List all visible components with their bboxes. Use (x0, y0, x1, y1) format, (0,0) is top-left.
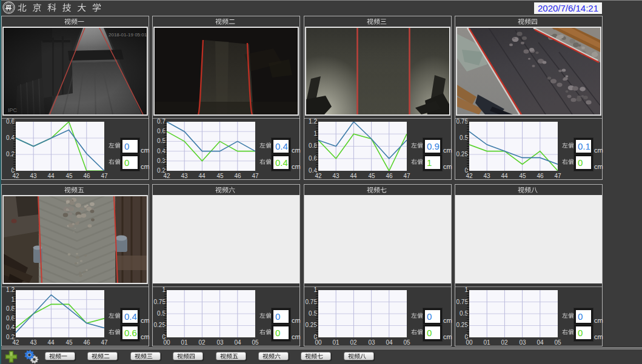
svg-text:IPC: IPC (8, 107, 18, 113)
svg-text:2018-01-19 05:01:4: 2018-01-19 05:01:4 (109, 32, 147, 38)
